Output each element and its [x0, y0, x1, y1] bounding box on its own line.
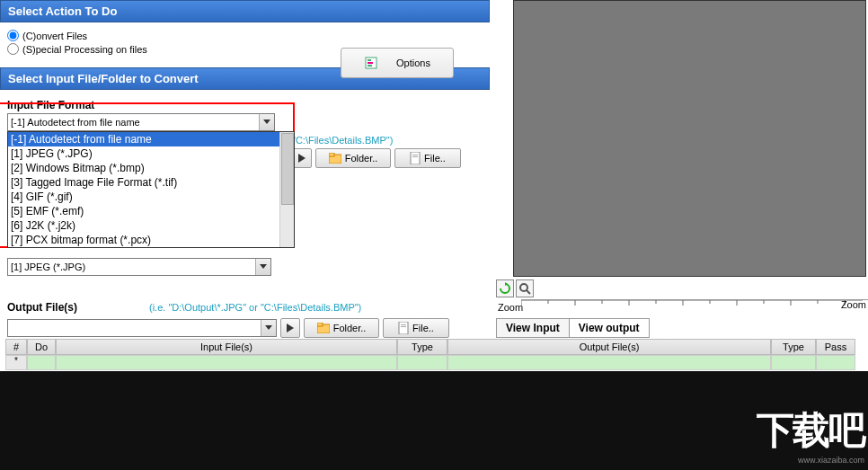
- dropdown-arrow-icon[interactable]: [259, 114, 274, 130]
- preview-pane: [513, 0, 866, 277]
- col-type2[interactable]: Type: [771, 339, 816, 355]
- file-icon: [398, 322, 409, 334]
- output-format-combo[interactable]: [1] JPEG (*.JPG): [7, 258, 271, 276]
- output-files-combo[interactable]: [7, 319, 277, 337]
- convert-files-radio[interactable]: [7, 30, 19, 41]
- svg-rect-1: [368, 59, 371, 61]
- dropdown-item-bmp[interactable]: [2] Windows Bitmap (*.bmp): [8, 161, 294, 175]
- output-folder-button[interactable]: Folder..: [304, 318, 379, 338]
- zoom-ruler[interactable]: [521, 299, 868, 315]
- input-format-dropdown[interactable]: [-1] Autodetect from file name [1] JPEG …: [7, 131, 295, 248]
- convert-files-label: (C)onvert Files: [22, 31, 87, 41]
- output-hint: (i.e. "D:\Output\*.JPG" or "C:\Files\Det…: [149, 302, 361, 313]
- svg-marker-12: [265, 325, 272, 330]
- dropdown-item-autodetect[interactable]: [-1] Autodetect from file name: [8, 132, 294, 146]
- input-format-combo[interactable]: [-1] Autodetect from file name: [7, 113, 275, 131]
- dropdown-arrow-icon[interactable]: [261, 320, 276, 336]
- svg-point-20: [520, 284, 527, 291]
- footer: 下载吧 www.xiazaiba.com: [0, 371, 868, 470]
- svg-rect-9: [412, 155, 418, 155]
- zoom-right-label: Zoom: [841, 299, 866, 310]
- zoom-label: Zoom: [498, 302, 523, 313]
- folder-icon: [317, 323, 330, 333]
- section-action-header: Select Action To Do: [0, 0, 490, 22]
- magnify-icon: [518, 282, 531, 295]
- col-do[interactable]: Do: [27, 339, 56, 355]
- input-folder-button[interactable]: Folder..: [315, 148, 391, 168]
- col-hash[interactable]: #: [5, 339, 27, 355]
- special-processing-label: (S)pecial Processing on files: [22, 44, 147, 55]
- dropdown-scrollbar[interactable]: [279, 132, 294, 247]
- refresh-icon: [499, 282, 511, 295]
- folder-icon: [329, 153, 341, 164]
- dropdown-arrow-icon[interactable]: [255, 259, 270, 275]
- svg-marker-11: [260, 264, 267, 269]
- options-button[interactable]: Options: [341, 48, 454, 78]
- col-type1[interactable]: Type: [397, 339, 447, 355]
- table-row[interactable]: *: [5, 355, 863, 370]
- svg-rect-17: [401, 324, 406, 325]
- special-processing-radio[interactable]: [7, 43, 19, 55]
- row-marker: *: [5, 355, 27, 370]
- input-play-button[interactable]: [292, 148, 312, 168]
- col-output-files[interactable]: Output File(s): [447, 339, 771, 355]
- dropdown-item-tif[interactable]: [3] Tagged Image File Format (*.tif): [8, 175, 294, 190]
- svg-rect-8: [411, 152, 420, 164]
- output-play-button[interactable]: [280, 318, 300, 338]
- dropdown-item-jpeg[interactable]: [1] JPEG (*.JPG): [8, 146, 294, 161]
- svg-rect-15: [317, 323, 323, 326]
- input-file-button[interactable]: File..: [394, 148, 461, 168]
- magnify-button[interactable]: [516, 279, 534, 297]
- svg-marker-13: [287, 324, 294, 333]
- tab-view-output[interactable]: View output: [569, 318, 650, 338]
- file-icon: [410, 152, 421, 164]
- svg-line-21: [527, 290, 530, 294]
- col-input-files[interactable]: Input File(s): [56, 339, 397, 355]
- input-format-value: [-1] Autodetect from file name: [11, 117, 140, 128]
- svg-marker-5: [298, 154, 306, 163]
- output-files-label: Output File(s): [7, 301, 77, 314]
- dropdown-item-pcx[interactable]: [7] PCX bitmap format (*.pcx): [8, 233, 294, 247]
- watermark-logo: 下载吧 www.xiazaiba.com: [757, 405, 864, 465]
- svg-rect-16: [399, 322, 408, 334]
- input-file-format-label: Input File Format: [7, 99, 483, 111]
- options-button-label: Options: [396, 58, 430, 68]
- files-table: # Do Input File(s) Type Output File(s) T…: [5, 339, 863, 370]
- dropdown-item-j2k[interactable]: [6] J2K (*.j2k): [8, 218, 294, 233]
- output-format-value: [1] JPEG (*.JPG): [11, 262, 85, 272]
- input-hint: "C:\Files\Details.BMP"): [292, 135, 393, 146]
- refresh-button[interactable]: [496, 279, 514, 297]
- options-icon: [364, 56, 378, 70]
- output-file-button[interactable]: File..: [383, 318, 449, 338]
- dropdown-item-emf[interactable]: [5] EMF (*.emf): [8, 204, 294, 218]
- svg-rect-18: [401, 326, 406, 327]
- svg-rect-3: [368, 65, 372, 67]
- col-pass[interactable]: Pass: [816, 339, 855, 355]
- svg-rect-2: [368, 62, 373, 64]
- svg-rect-7: [329, 153, 334, 156]
- dropdown-item-gif[interactable]: [4] GIF (*.gif): [8, 190, 294, 204]
- svg-rect-10: [412, 156, 418, 157]
- svg-marker-4: [263, 120, 270, 124]
- tab-view-input[interactable]: View Input: [496, 318, 570, 338]
